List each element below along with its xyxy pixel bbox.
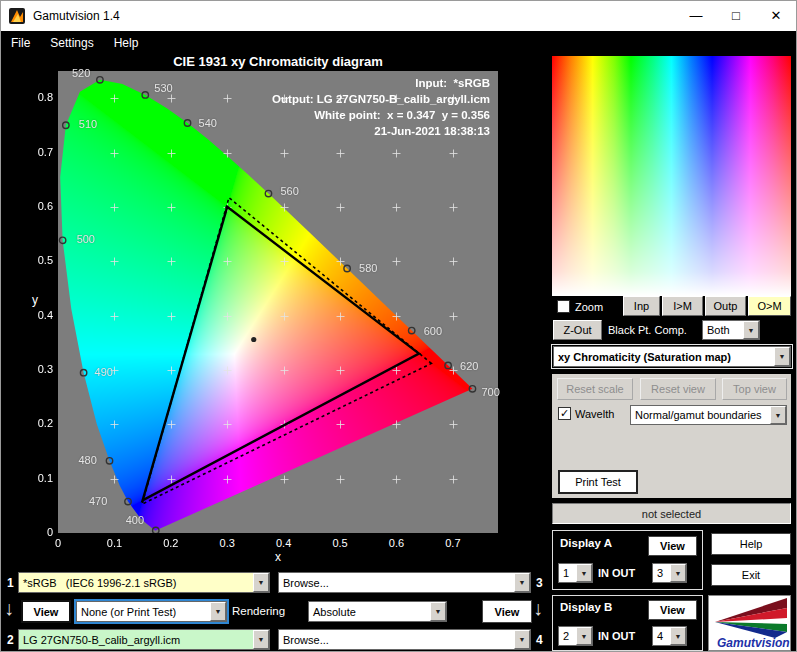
plot-area[interactable]: Input: *sRGB Output: LG 27GN750-B_calib_… (58, 71, 498, 533)
view-mode-value: xy Chromaticity (Saturation map) (554, 351, 774, 363)
boundaries-select[interactable]: Normal/gamut boundaries ▼ (630, 405, 787, 425)
chromaticity-canvas[interactable] (58, 71, 498, 533)
y-tick-label: 0 (23, 526, 53, 538)
reset-view-button[interactable]: Reset view (640, 378, 716, 400)
display-a-out-value: 3 (653, 567, 670, 579)
menu-bar: File Settings Help (1, 31, 796, 54)
wavelength-label: 480 (79, 454, 97, 466)
menu-settings[interactable]: Settings (40, 36, 103, 50)
wavelength-label: 600 (424, 325, 442, 337)
top-view-button[interactable]: Top view (722, 378, 787, 400)
x-tick-label: 0.1 (107, 537, 122, 549)
close-button[interactable]: ✕ (756, 1, 796, 30)
title-bar: Gamutvision 1.4 — □ ✕ (1, 1, 796, 31)
rendering-intent-value: Absolute (309, 606, 430, 618)
view-left-button[interactable]: View (21, 600, 71, 623)
wavelength-label: 560 (280, 185, 298, 197)
display-b-group: Display B View 2 ▼ IN OUT 4 ▼ (552, 595, 703, 651)
wavelength-label: 510 (79, 118, 97, 130)
output-to-monitor-button[interactable]: O>M (748, 296, 791, 316)
y-tick-label: 0.1 (23, 472, 53, 484)
app-icon[interactable] (9, 8, 25, 24)
dropdown-arrow-icon[interactable]: ▼ (514, 630, 530, 649)
inp-button[interactable]: Inp (623, 296, 660, 316)
display-a-in-value: 1 (559, 567, 576, 579)
y-tick-label: 0.5 (23, 254, 53, 266)
slot3-number: 3 (536, 576, 543, 590)
status-box: not selected (552, 503, 791, 524)
test-pattern-value: None (or Print Test) (77, 606, 210, 618)
dropdown-arrow-icon[interactable]: ▼ (514, 573, 530, 592)
dropdown-arrow-icon[interactable]: ▼ (670, 627, 686, 645)
chart-title: CIE 1931 xy Chromaticity diagram (58, 54, 498, 69)
reset-scale-button[interactable]: Reset scale (557, 378, 633, 400)
y-tick-label: 0.2 (23, 417, 53, 429)
display-a-group: Display A View 1 ▼ IN OUT 3 ▼ (552, 530, 703, 590)
black-point-comp-label: Black Pt. Comp. (608, 324, 687, 336)
input-profile-value: *sRGB (IEC6 1996-2.1 sRGB) (19, 577, 253, 589)
print-test-button[interactable]: Print Test (558, 470, 638, 494)
wavelength-label: 470 (89, 495, 107, 507)
display-b-out-value: 4 (653, 630, 670, 642)
x-tick-label: 0.6 (389, 537, 404, 549)
display-a-title: Display A (560, 537, 612, 549)
x-tick-label: 0 (55, 537, 61, 549)
dropdown-arrow-icon[interactable]: ▼ (253, 630, 269, 649)
dropdown-arrow-icon[interactable]: ▼ (430, 602, 446, 621)
x-tick-label: 0.4 (276, 537, 291, 549)
x-axis-label: x (58, 550, 498, 564)
annotation-white-point: White point: x = 0.347 y = 0.356 (272, 107, 490, 123)
dropdown-arrow-icon[interactable]: ▼ (670, 564, 686, 582)
display-a-out-select[interactable]: 3 ▼ (652, 563, 687, 583)
black-point-comp-select[interactable]: Both ▼ (702, 320, 760, 340)
wavelength-checkbox[interactable]: ✓ (558, 407, 571, 420)
dropdown-arrow-icon[interactable]: ▼ (253, 573, 269, 592)
flow-arrow-left-icon: ↓ (4, 597, 14, 620)
wavelength-label: 500 (77, 233, 95, 245)
dropdown-arrow-icon[interactable]: ▼ (576, 627, 592, 645)
view-options-panel: Reset scale Reset view Top view ✓ Wavelt… (552, 374, 791, 498)
view-mode-select[interactable]: xy Chromaticity (Saturation map) ▼ (553, 346, 791, 367)
zoom-label: Zoom (575, 301, 603, 313)
browse-output-value: Browse... (279, 634, 514, 646)
display-b-view-button[interactable]: View (648, 600, 697, 620)
exit-button[interactable]: Exit (711, 564, 791, 586)
dropdown-arrow-icon[interactable]: ▼ (576, 564, 592, 582)
display-b-in-select[interactable]: 2 ▼ (558, 626, 593, 646)
slot1-number: 1 (7, 576, 14, 590)
display-b-out-select[interactable]: 4 ▼ (652, 626, 687, 646)
dropdown-arrow-icon[interactable]: ▼ (774, 347, 790, 366)
browse-output-select[interactable]: Browse... ▼ (278, 629, 531, 650)
maximize-button[interactable]: □ (716, 1, 756, 30)
wavelength-checkbox-label: Wavelth (575, 408, 614, 420)
y-tick-label: 0.4 (23, 309, 53, 321)
annotation-input: Input: *sRGB (272, 75, 490, 91)
input-to-monitor-button[interactable]: I>M (662, 296, 703, 316)
view-right-button[interactable]: View (482, 600, 532, 623)
outp-button[interactable]: Outp (705, 296, 746, 316)
zoom-out-button[interactable]: Z-Out (553, 320, 602, 340)
wavelength-label: 700 (481, 386, 499, 398)
dropdown-arrow-icon[interactable]: ▼ (770, 406, 786, 424)
menu-file[interactable]: File (1, 36, 40, 50)
help-button[interactable]: Help (711, 533, 791, 555)
display-a-view-button[interactable]: View (648, 536, 697, 556)
wavelength-label: 400 (126, 514, 144, 526)
display-a-in-select[interactable]: 1 ▼ (558, 563, 593, 583)
zoom-checkbox[interactable] (557, 300, 570, 313)
x-tick-label: 0.5 (332, 537, 347, 549)
output-profile-value: LG 27GN750-B_calib_argyll.icm (19, 634, 253, 646)
rendering-intent-select[interactable]: Absolute ▼ (308, 601, 447, 622)
logo-text: Gamutvision (717, 636, 790, 650)
test-pattern-select[interactable]: None (or Print Test) ▼ (76, 601, 227, 622)
browse-input-select[interactable]: Browse... ▼ (278, 572, 531, 593)
output-profile-select[interactable]: LG 27GN750-B_calib_argyll.icm ▼ (18, 629, 270, 650)
browse-input-value: Browse... (279, 577, 514, 589)
dropdown-arrow-icon[interactable]: ▼ (743, 321, 759, 339)
y-tick-label: 0.7 (23, 146, 53, 158)
input-profile-select[interactable]: *sRGB (IEC6 1996-2.1 sRGB) ▼ (18, 572, 270, 593)
minimize-button[interactable]: — (676, 1, 716, 30)
dropdown-arrow-icon[interactable]: ▼ (210, 602, 226, 621)
app-window: Gamutvision 1.4 — □ ✕ File Settings Help… (0, 0, 797, 652)
menu-help[interactable]: Help (104, 36, 149, 50)
